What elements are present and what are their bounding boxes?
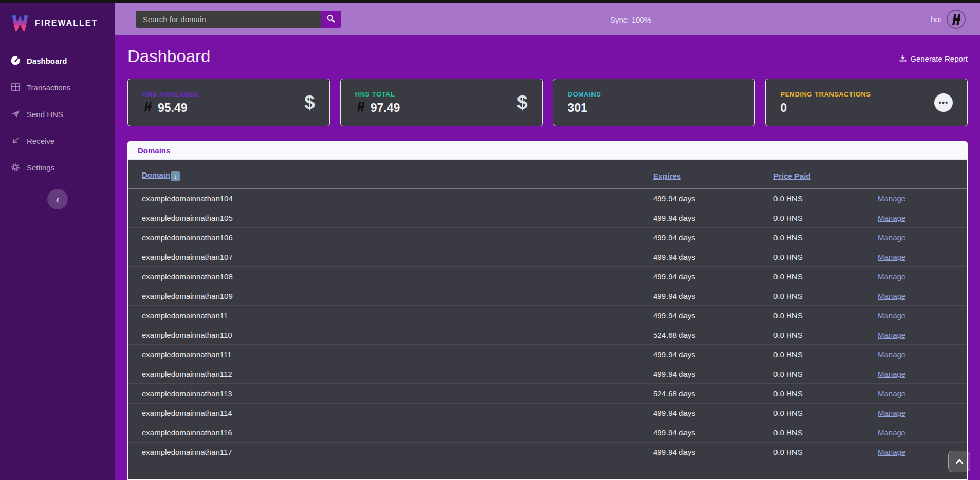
price-cell: 0.0 HNS [773, 443, 878, 462]
manage-link[interactable]: Manage [878, 311, 905, 320]
expires-cell: 499.94 days [653, 364, 773, 384]
price-cell: 0.0 HNS [773, 423, 878, 443]
scroll-to-top-button[interactable] [948, 451, 970, 472]
stat-card-hns-available: HNS AVAILABLE95.49$ [127, 79, 330, 126]
table-row: exampledomainnathan107499.94 days0.0 HNS… [128, 247, 967, 267]
search-input[interactable] [136, 11, 321, 28]
stat-card-value: 95.49 [158, 101, 188, 115]
domain-cell: exampledomainnathan110 [128, 325, 653, 345]
hns-logo-icon [355, 101, 366, 114]
stat-card-pending-transactions: PENDING TRANSACTIONS0••• [765, 79, 968, 126]
domain-cell: exampledomainnathan105 [128, 208, 653, 228]
expires-cell: 499.94 days [653, 267, 773, 286]
stat-card-label: HNS AVAILABLE [142, 90, 199, 98]
sidebar-collapse-button[interactable]: ‹ [47, 189, 68, 209]
table-row: exampledomainnathan117499.94 days0.0 HNS… [128, 443, 967, 462]
expires-cell: 499.94 days [653, 345, 773, 364]
expires-cell: 499.94 days [653, 404, 773, 423]
hns-wallet-logo-icon [947, 10, 966, 29]
manage-link[interactable]: Manage [878, 428, 905, 437]
table-row: exampledomainnathan106499.94 days0.0 HNS… [128, 228, 967, 247]
expires-cell: 499.94 days [653, 228, 773, 247]
generate-report-button[interactable]: Generate Report [899, 54, 968, 66]
search-button[interactable] [321, 11, 341, 28]
domains-panel-header: Domains [128, 142, 967, 160]
price-cell: 0.0 HNS [773, 228, 878, 247]
sidebar-item-send-hns[interactable]: Send HNS [0, 101, 115, 127]
window-top-strip [0, 0, 980, 3]
domain-cell: exampledomainnathan114 [128, 404, 653, 423]
column-header-domain[interactable]: Domain [142, 170, 170, 179]
chevron-left-icon: ‹ [56, 194, 60, 205]
stat-card-hns-total: HNS TOTAL97.49$ [340, 79, 543, 126]
dashboard-content: Dashboard Generate Report HNS AVAILABLE9… [115, 35, 980, 480]
ellipsis-icon[interactable]: ••• [934, 93, 953, 112]
manage-link[interactable]: Manage [878, 214, 905, 222]
table-icon [10, 82, 21, 92]
sidebar: FIREWALLET DashboardTransactionsSend HNS… [0, 3, 115, 480]
download-icon [899, 54, 907, 63]
gauge-icon [10, 55, 21, 66]
search-icon [327, 14, 335, 24]
stat-card-label: PENDING TRANSACTIONS [780, 90, 871, 98]
sidebar-nav: DashboardTransactionsSend HNSReceiveSett… [0, 47, 115, 181]
domains-panel-title: Domains [138, 146, 170, 155]
domain-cell: exampledomainnathan117 [128, 443, 653, 462]
sort-descending-icon: ↓ [171, 171, 180, 181]
manage-link[interactable]: Manage [878, 194, 905, 203]
stat-card-value: 0 [780, 101, 787, 115]
sidebar-item-dashboard[interactable]: Dashboard [0, 47, 115, 74]
column-header-price-paid[interactable]: Price Paid [773, 171, 811, 180]
dollar-icon: $ [517, 92, 528, 113]
sidebar-item-label: Send HNS [27, 110, 63, 119]
chevron-up-icon [955, 457, 964, 466]
sidebar-item-settings[interactable]: Settings [0, 154, 115, 181]
sync-status: Sync: 100% [610, 15, 651, 24]
stat-card-value: 97.49 [371, 101, 400, 115]
table-row: exampledomainnathan105499.94 days0.0 HNS… [128, 208, 967, 228]
manage-link[interactable]: Manage [878, 272, 905, 281]
brand[interactable]: FIREWALLET [0, 3, 115, 42]
expires-cell: 499.94 days [653, 247, 773, 267]
price-cell: 0.0 HNS [773, 364, 878, 384]
domain-cell: exampledomainnathan108 [128, 267, 653, 286]
manage-link[interactable]: Manage [878, 331, 905, 339]
manage-link[interactable]: Manage [878, 253, 905, 261]
manage-link[interactable]: Manage [878, 389, 905, 398]
manage-link[interactable]: Manage [878, 409, 905, 417]
wallet-menu[interactable]: hot [931, 10, 966, 29]
price-cell: 0.0 HNS [773, 404, 878, 423]
price-cell: 0.0 HNS [773, 384, 878, 404]
manage-link[interactable]: Manage [878, 448, 905, 456]
domains-panel: Domains Domain↓ Expires Price Paid [127, 141, 968, 480]
stat-cards-row: HNS AVAILABLE95.49$HNS TOTAL97.49$DOMAIN… [127, 79, 968, 126]
sidebar-item-transactions[interactable]: Transactions [0, 74, 115, 101]
domain-cell: exampledomainnathan113 [128, 384, 653, 404]
receive-icon [10, 136, 21, 146]
app-layout: FIREWALLET DashboardTransactionsSend HNS… [0, 0, 980, 480]
send-icon [10, 109, 21, 119]
expires-cell: 499.94 days [653, 306, 773, 325]
expires-cell: 499.94 days [653, 208, 773, 228]
brand-title: FIREWALLET [35, 18, 98, 28]
domains-table-header-row: Domain↓ Expires Price Paid [128, 160, 967, 189]
hns-logo-icon [142, 101, 154, 114]
table-row: exampledomainnathan11499.94 days0.0 HNSM… [128, 306, 967, 325]
price-cell: 0.0 HNS [773, 267, 878, 286]
table-row: exampledomainnathan113524.68 days0.0 HNS… [128, 384, 967, 404]
manage-link[interactable]: Manage [878, 370, 905, 378]
domain-cell: exampledomainnathan112 [128, 364, 653, 384]
expires-cell: 524.68 days [653, 325, 773, 345]
table-row: exampledomainnathan116499.94 days0.0 HNS… [128, 423, 967, 443]
firewallet-logo-icon [11, 13, 29, 33]
domains-table-wrap: Domain↓ Expires Price Paid exampledomain… [128, 160, 967, 480]
domain-cell: exampledomainnathan111 [128, 345, 653, 364]
table-row: exampledomainnathan112499.94 days0.0 HNS… [128, 364, 967, 384]
sidebar-item-label: Settings [27, 163, 54, 172]
sidebar-item-receive[interactable]: Receive [0, 127, 115, 154]
column-header-expires[interactable]: Expires [653, 171, 681, 180]
manage-link[interactable]: Manage [878, 233, 905, 242]
manage-link[interactable]: Manage [878, 350, 905, 359]
manage-link[interactable]: Manage [878, 292, 905, 300]
domains-table: Domain↓ Expires Price Paid exampledomain… [128, 160, 967, 462]
